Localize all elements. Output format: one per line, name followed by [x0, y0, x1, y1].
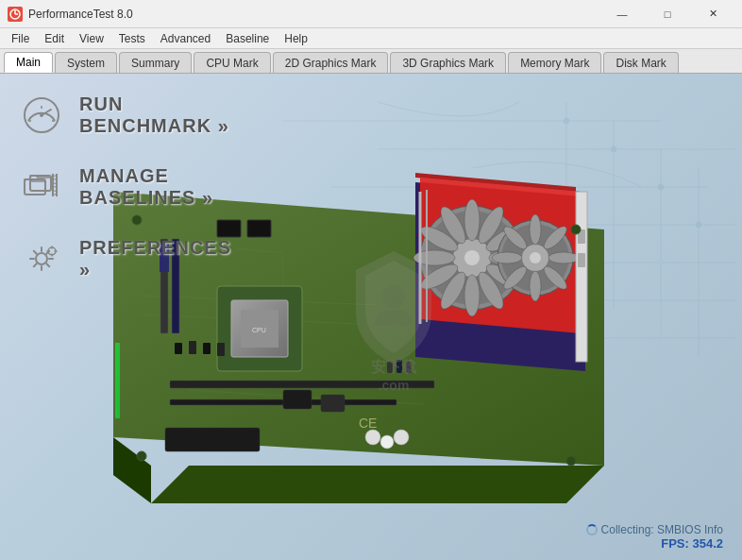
menu-bar: FileEditViewTestsAdvancedBaselineHelp — [0, 28, 742, 49]
tab-system[interactable]: System — [55, 52, 117, 73]
svg-point-94 — [365, 430, 380, 445]
svg-point-75 — [530, 252, 541, 263]
svg-point-76 — [530, 214, 541, 245]
menu-item-tests[interactable]: Tests — [111, 28, 153, 49]
window-controls: — □ ✕ — [600, 4, 734, 25]
svg-point-96 — [394, 430, 409, 445]
run-benchmark-item[interactable]: RUN BENCHMARK » — [19, 93, 245, 138]
manage-baselines-item[interactable]: MANAGE BASELINES » — [19, 164, 245, 210]
menu-item-baseline[interactable]: Baseline — [218, 28, 277, 49]
svg-point-125 — [382, 285, 405, 308]
svg-point-17 — [696, 222, 701, 228]
svg-point-80 — [530, 271, 541, 301]
menu-item-file[interactable]: File — [4, 28, 37, 49]
svg-rect-84 — [576, 192, 587, 362]
title-bar: PerformanceTest 8.0 — □ ✕ — [0, 0, 742, 28]
window-title: PerformanceTest 8.0 — [28, 8, 600, 21]
tab-2d-graphics-mark[interactable]: 2D Graphics Mark — [273, 52, 389, 73]
svg-rect-86 — [578, 253, 585, 267]
menu-item-help[interactable]: Help — [277, 28, 315, 49]
folders-icon — [19, 164, 64, 210]
svg-point-78 — [548, 252, 579, 263]
svg-point-16 — [658, 184, 664, 190]
tab-memory-mark[interactable]: Memory Mark — [508, 52, 601, 73]
svg-point-95 — [380, 435, 394, 449]
svg-point-103 — [566, 456, 576, 466]
svg-point-59 — [464, 250, 480, 265]
tab-disk-mark[interactable]: Disk Mark — [603, 52, 678, 73]
tab-bar: MainSystemSummaryCPU Mark2D Graphics Mar… — [0, 49, 742, 74]
collecting-status: Collecting: SMBIOS Info — [601, 523, 723, 536]
loading-spinner — [586, 524, 598, 535]
left-panel: RUN BENCHMARK » MANAGE BASELINES » — [0, 74, 264, 560]
svg-point-101 — [571, 225, 581, 234]
maximize-button[interactable]: □ — [646, 4, 689, 25]
gauge-icon — [19, 93, 64, 138]
svg-point-123 — [36, 253, 47, 264]
menu-item-edit[interactable]: Edit — [37, 28, 72, 49]
menu-item-view[interactable]: View — [72, 28, 111, 49]
main-content: CE CPU — [0, 74, 742, 560]
svg-point-82 — [492, 252, 522, 263]
svg-point-66 — [464, 275, 480, 316]
svg-rect-92 — [283, 390, 312, 409]
manage-baselines-label: MANAGE BASELINES » — [79, 165, 245, 209]
watermark: 安下载 .com — [337, 242, 450, 393]
preferences-label: PREFERENCES » — [79, 237, 245, 280]
tab-cpu-mark[interactable]: CPU Mark — [194, 52, 270, 73]
fps-display: FPS: 354.2 — [586, 536, 723, 551]
tab-main[interactable]: Main — [4, 52, 53, 73]
svg-point-60 — [464, 199, 480, 241]
svg-point-112 — [40, 113, 43, 117]
svg-text:CE: CE — [359, 416, 377, 431]
menu-item-advanced[interactable]: Advanced — [153, 28, 218, 49]
minimize-button[interactable]: — — [600, 4, 644, 25]
status-bar: Collecting: SMBIOS Info FPS: 354.2 — [586, 523, 723, 551]
gear-icon — [19, 236, 64, 281]
tab-summary[interactable]: Summary — [119, 52, 192, 73]
preferences-item[interactable]: PREFERENCES » — [19, 236, 245, 281]
run-benchmark-label: RUN BENCHMARK » — [79, 93, 245, 137]
close-button[interactable]: ✕ — [691, 4, 734, 25]
tab-3d-graphics-mark[interactable]: 3D Graphics Mark — [390, 52, 506, 73]
svg-rect-93 — [321, 395, 345, 412]
app-icon — [8, 7, 23, 22]
